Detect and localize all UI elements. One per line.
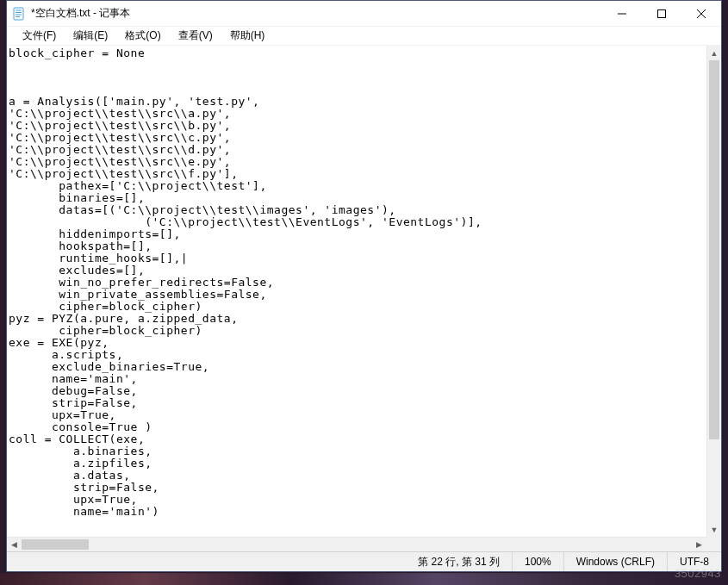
notepad-window: *空白文档.txt - 记事本 文件(F) 编辑(E) 格式(O) 查看(V) … <box>6 0 722 572</box>
horizontal-scrollbar[interactable]: ◀ ▶ <box>7 537 706 551</box>
status-encoding: UTF-8 <box>667 552 721 571</box>
desktop-background-strip <box>0 573 728 585</box>
statusbar: 第 22 行, 第 31 列 100% Windows (CRLF) UTF-8 <box>7 551 721 571</box>
menubar: 文件(F) 编辑(E) 格式(O) 查看(V) 帮助(H) <box>7 27 721 46</box>
vertical-scroll-thumb[interactable] <box>709 60 719 439</box>
scroll-right-arrow-icon[interactable]: ▶ <box>692 538 706 551</box>
scroll-corner <box>706 537 721 551</box>
status-line-ending: Windows (CRLF) <box>563 552 667 571</box>
notepad-icon <box>12 7 26 21</box>
scroll-left-arrow-icon[interactable]: ◀ <box>7 538 22 551</box>
vertical-scroll-track[interactable] <box>707 60 721 522</box>
menu-file[interactable]: 文件(F) <box>14 27 65 45</box>
titlebar[interactable]: *空白文档.txt - 记事本 <box>7 1 721 27</box>
menu-help[interactable]: 帮助(H) <box>221 27 274 45</box>
menu-format[interactable]: 格式(O) <box>116 27 169 45</box>
maximize-button[interactable] <box>642 1 681 26</box>
vertical-scrollbar[interactable]: ▲ ▼ <box>706 46 721 537</box>
window-title: *空白文档.txt - 记事本 <box>31 6 130 21</box>
scroll-up-arrow-icon[interactable]: ▲ <box>707 46 721 60</box>
svg-rect-6 <box>658 9 666 17</box>
window-controls <box>602 1 721 26</box>
menu-edit[interactable]: 编辑(E) <box>65 27 116 45</box>
text-editor[interactable]: block_cipher = None a = Analysis(['main.… <box>7 46 706 537</box>
menu-view[interactable]: 查看(V) <box>170 27 221 45</box>
svg-rect-0 <box>14 8 23 20</box>
horizontal-scroll-track[interactable] <box>22 538 692 551</box>
editor-area: block_cipher = None a = Analysis(['main.… <box>7 46 721 551</box>
scroll-down-arrow-icon[interactable]: ▼ <box>707 522 721 537</box>
editor-content[interactable]: block_cipher = None a = Analysis(['main.… <box>9 47 705 518</box>
minimize-button[interactable] <box>602 1 642 26</box>
close-button[interactable] <box>681 1 721 26</box>
status-cursor-position: 第 22 行, 第 31 列 <box>406 552 512 571</box>
status-zoom: 100% <box>512 552 563 571</box>
horizontal-scroll-thumb[interactable] <box>22 539 89 550</box>
